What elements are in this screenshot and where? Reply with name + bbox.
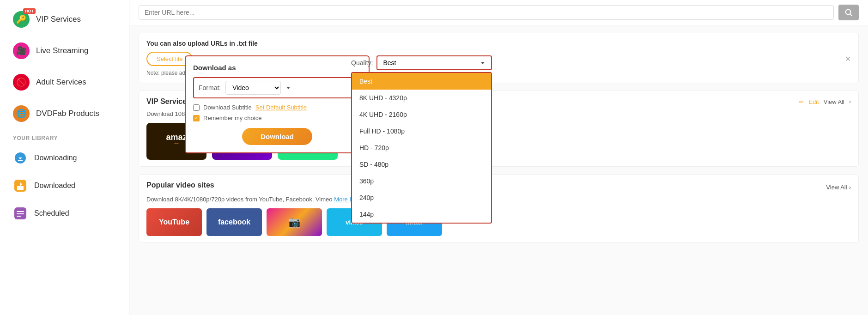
remember-row: ✓ Remember my choice (193, 115, 361, 121)
edit-link[interactable]: Edit (808, 98, 819, 105)
sidebar-item-live-streaming[interactable]: 🎥 Live Streaming (4, 36, 125, 66)
amazon-arrow: ⌒ (173, 142, 180, 151)
svg-rect-9 (17, 216, 21, 217)
dvdfab-icon: 🌐 (13, 105, 30, 122)
facebook-label: facebook (218, 218, 250, 226)
popular-cards: YouTube facebook 📷 vimeo twitter (146, 208, 851, 236)
quality-area: Quality: Best Best 8K UHD - 4320p 4K UHD… (351, 55, 492, 224)
upload-title: You can also upload URLs in .txt file (146, 40, 851, 47)
format-label: Format: (199, 84, 221, 91)
facebook-card[interactable]: facebook (206, 208, 262, 236)
sidebar-item-label: DVDFab Products (36, 109, 99, 118)
subtitle-checkbox[interactable] (193, 104, 200, 111)
quality-option-1080p[interactable]: Full HD - 1080p (352, 123, 491, 139)
instagram-label: 📷 (288, 216, 301, 228)
adult-services-icon: 🚫 (13, 74, 30, 91)
quality-dropdown: Best 8K UHD - 4320p 4K UHD - 2160p Full … (351, 72, 492, 224)
quality-option-best[interactable]: Best (352, 73, 491, 90)
quality-option-8k[interactable]: 8K UHD - 4320p (352, 90, 491, 106)
instagram-card[interactable]: 📷 (267, 208, 322, 236)
edit-icon: ✏ (799, 98, 804, 105)
popular-section-title: Popular video sites (146, 181, 214, 189)
remember-checkbox[interactable]: ✓ (193, 115, 200, 121)
quality-trigger[interactable]: Best (376, 55, 492, 70)
downloading-icon (13, 151, 28, 165)
chevron-right-icon: › (849, 184, 851, 191)
svg-marker-12 (286, 87, 290, 89)
popular-section: Popular video sites View All › Download … (139, 174, 859, 243)
sidebar-item-adult-services[interactable]: 🚫 Adult Services (4, 67, 125, 97)
search-button[interactable] (838, 5, 859, 20)
download-dialog: Download as Format: Video Audio Download… (185, 55, 370, 153)
chevron-right-icon: › (849, 98, 851, 105)
downloaded-icon (13, 178, 28, 193)
quality-chevron-icon (480, 60, 486, 66)
sidebar-item-label: VIP Services (36, 15, 81, 24)
popular-view-all[interactable]: View All › (826, 184, 851, 191)
close-icon[interactable]: ✕ (845, 55, 851, 63)
quality-option-360p[interactable]: 360p (352, 173, 491, 189)
sidebar-item-downloading[interactable]: Downloading (4, 145, 125, 171)
svg-rect-7 (17, 211, 24, 212)
svg-rect-8 (17, 213, 24, 214)
format-row: Format: Video Audio (193, 77, 361, 98)
youtube-label: YouTube (159, 218, 189, 226)
svg-rect-4 (17, 186, 24, 190)
live-streaming-icon: 🎥 (13, 42, 30, 59)
sidebar-item-label: Adult Services (36, 78, 86, 87)
svg-line-11 (850, 14, 852, 16)
download-button[interactable]: Download (242, 128, 312, 145)
quality-option-4k[interactable]: 4K UHD - 2160p (352, 106, 491, 123)
view-all-link[interactable]: View All (824, 98, 844, 105)
quality-selected-value: Best (383, 59, 475, 67)
quality-option-144p[interactable]: 144p (352, 206, 491, 223)
remember-label: Remember my choice (203, 115, 261, 121)
set-default-subtitle-link[interactable]: Set Default Subtitle (255, 104, 307, 111)
youtube-card[interactable]: YouTube (146, 208, 202, 236)
vip-section-title: VIP Services (146, 97, 191, 106)
sidebar-item-vip-services[interactable]: 🔑 VIP Services HOT (4, 5, 125, 34)
svg-marker-13 (481, 62, 485, 64)
dialog-title: Download as (193, 64, 361, 72)
subtitle-label: Download Subtitle (203, 104, 252, 111)
downloading-label: Downloading (34, 154, 77, 162)
quality-label: Quality: (351, 59, 373, 67)
hot-badge: HOT (23, 8, 36, 14)
sidebar-item-dvdfab-products[interactable]: 🌐 DVDFab Products (4, 99, 125, 128)
quality-option-720p[interactable]: HD - 720p (352, 139, 491, 156)
subtitle-row: Download Subtitle Set Default Subtitle (193, 104, 361, 111)
sidebar: 🔑 VIP Services HOT 🎥 Live Streaming 🚫 Ad… (0, 0, 129, 315)
url-input[interactable] (139, 5, 834, 20)
main-content: You can also upload URLs in .txt file Se… (129, 0, 868, 315)
format-select[interactable]: Video Audio (225, 81, 281, 95)
format-chevron-icon (285, 85, 291, 91)
sidebar-item-label: Live Streaming (36, 46, 88, 55)
quality-option-480p[interactable]: SD - 480p (352, 156, 491, 173)
amazon-logo: amaz (166, 133, 187, 142)
downloaded-label: Downloaded (34, 182, 75, 190)
library-section-label: YOUR LIBRARY (0, 129, 129, 144)
vip-actions: ✏ Edit View All › (799, 98, 851, 105)
scheduled-label: Scheduled (34, 209, 69, 218)
sidebar-item-scheduled[interactable]: Scheduled (4, 200, 125, 226)
quality-option-240p[interactable]: 240p (352, 189, 491, 206)
sidebar-item-downloaded[interactable]: Downloaded (4, 173, 125, 199)
scheduled-icon (13, 206, 28, 221)
popular-desc: Download 8K/4K/1080p/720p videos from Yo… (146, 196, 851, 203)
top-bar (129, 0, 868, 25)
